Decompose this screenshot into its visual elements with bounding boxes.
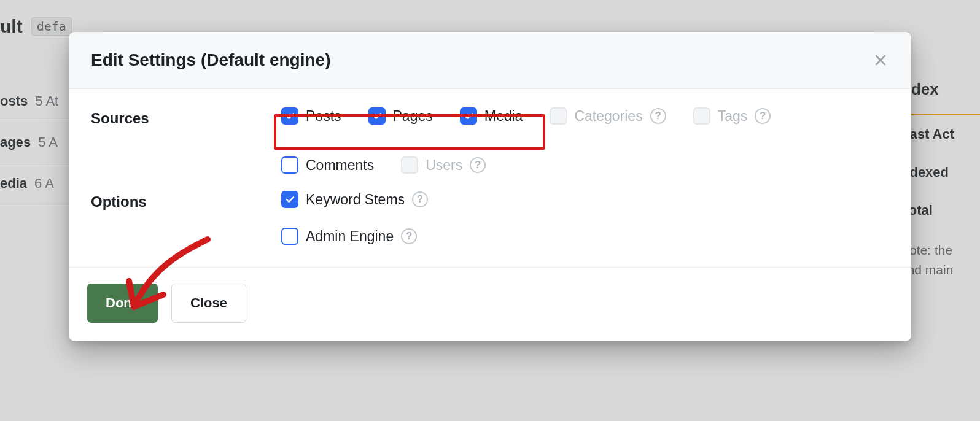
bg-row-meta: 5 At: [35, 93, 58, 109]
bg-note-line: Note: the: [900, 241, 980, 260]
checkbox-icon: [368, 107, 386, 125]
sources-row: Sources Posts Pages: [91, 107, 889, 174]
bg-row-meta: 6 A: [34, 176, 54, 191]
checkbox-icon: [281, 107, 298, 125]
edit-settings-modal: Edit Settings (Default engine) Sources P…: [69, 32, 911, 341]
options-row: Options Keyword Stems ? Admin Engine ?: [91, 191, 889, 245]
option-label: Keyword Stems: [306, 191, 405, 208]
source-label: Tags: [718, 108, 748, 125]
sources-content: Posts Pages Media Categories: [281, 107, 889, 174]
source-comments[interactable]: Comments: [281, 156, 374, 174]
modal-footer: Done Close: [69, 267, 911, 341]
bg-row-meta: 5 A: [38, 134, 58, 150]
bg-row-label: ages: [0, 134, 38, 150]
source-categories: Categories ?: [550, 107, 666, 125]
bg-total: Total: [900, 191, 980, 230]
help-icon[interactable]: ?: [412, 191, 428, 207]
checkbox-icon: [281, 156, 298, 174]
option-label: Admin Engine: [306, 228, 394, 245]
options-label: Options: [91, 191, 281, 245]
checkbox-icon: [281, 228, 298, 245]
bg-last-action: Last Act: [900, 115, 980, 153]
checkbox-icon: [460, 107, 477, 125]
option-keyword-stems[interactable]: Keyword Stems ?: [281, 191, 889, 208]
checkbox-icon: [281, 191, 298, 208]
source-tags: Tags ?: [693, 107, 771, 125]
bg-index-label: ndex: [900, 80, 980, 99]
option-admin-engine[interactable]: Admin Engine ?: [281, 228, 889, 245]
modal-header: Edit Settings (Default engine): [69, 32, 911, 89]
source-label: Categories: [574, 108, 642, 125]
source-label: Media: [484, 108, 523, 125]
close-icon[interactable]: [872, 52, 889, 69]
source-label: Comments: [306, 157, 374, 174]
bg-slug-fragment: defa: [31, 17, 72, 36]
bg-row-label: osts: [0, 93, 35, 109]
bg-row-label: edia: [0, 176, 34, 191]
bg-indexed: ndexed: [900, 153, 980, 191]
sources-label: Sources: [91, 107, 281, 174]
done-button[interactable]: Done: [87, 284, 158, 323]
options-content: Keyword Stems ? Admin Engine ?: [281, 191, 889, 245]
source-pages[interactable]: Pages: [368, 107, 433, 125]
help-icon[interactable]: ?: [755, 108, 771, 124]
bg-note-line: and main: [900, 260, 980, 280]
source-label: Pages: [393, 108, 433, 125]
checkbox-icon: [401, 156, 418, 174]
source-label: Users: [426, 157, 462, 174]
close-button[interactable]: Close: [171, 284, 246, 323]
modal-body: Sources Posts Pages: [69, 89, 911, 267]
bg-right-col: ndex Last Act ndexed Total Note: the and…: [900, 0, 980, 421]
bg-title-fragment: ult: [0, 16, 23, 37]
help-icon[interactable]: ?: [401, 228, 417, 244]
source-posts[interactable]: Posts: [281, 107, 341, 125]
source-media[interactable]: Media: [460, 107, 523, 125]
help-icon[interactable]: ?: [650, 108, 666, 124]
help-icon[interactable]: ?: [470, 157, 486, 173]
checkbox-icon: [693, 107, 710, 125]
checkbox-icon: [550, 107, 567, 125]
modal-title: Edit Settings (Default engine): [91, 50, 330, 70]
source-users: Users ?: [401, 156, 486, 174]
source-label: Posts: [306, 108, 341, 125]
